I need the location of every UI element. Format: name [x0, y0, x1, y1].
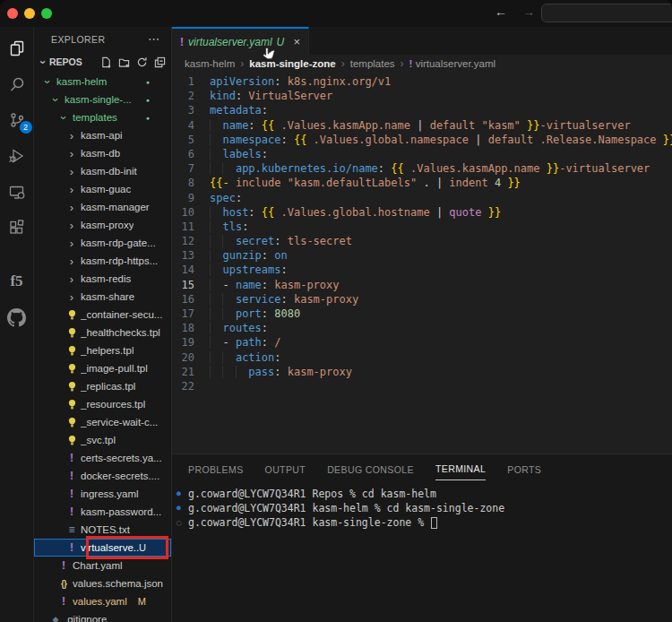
tree-item-values-yaml[interactable]: !values.yamlM	[34, 592, 171, 610]
breadcrumb-item-kasm-helm[interactable]: kasm-helm	[185, 58, 235, 69]
tree-item-kasm-helm[interactable]: ›kasm-helm●	[34, 73, 171, 91]
tree-item--image-pull-tpl[interactable]: _image-pull.tpl	[34, 359, 171, 377]
command-center-searchbox[interactable]	[541, 4, 672, 22]
panel-tabs: PROBLEMSOUTPUTDEBUG CONSOLETERMINALPORTS	[172, 454, 672, 482]
chevron-right-icon: ›	[70, 148, 73, 160]
tree-item--gitignore[interactable]: ◆.gitignore	[34, 610, 171, 622]
f5-extension-icon[interactable]: f5	[5, 270, 29, 293]
source-control-icon[interactable]: 2	[5, 108, 29, 132]
chevron-down-icon: ›	[38, 56, 49, 68]
tree-item-virtualserve-[interactable]: !virtualserve...U	[34, 539, 171, 557]
tree-item-kasm-manager[interactable]: ›kasm-manager	[34, 198, 171, 216]
forward-arrow-icon[interactable]: →	[522, 4, 535, 19]
line-number: 16	[172, 292, 210, 307]
tree-item-kasm-rdp-https-[interactable]: ›kasm-rdp-https...	[34, 252, 171, 270]
git-modified-dot: ●	[146, 79, 171, 85]
code-line-4[interactable]: 4 name: {{ .Values.kasmApp.name | defaul…	[172, 118, 672, 133]
git-modified-dot: ●	[146, 97, 171, 103]
more-actions-icon[interactable]: ⋯	[148, 32, 160, 46]
tree-item-kasm-share[interactable]: ›kasm-share	[34, 288, 171, 306]
panel-tab-ports[interactable]: PORTS	[507, 457, 541, 480]
code-line-16[interactable]: 16 service: kasm-proxy	[172, 292, 672, 307]
extensions-icon[interactable]	[5, 216, 29, 239]
code-line-22[interactable]: 22	[172, 379, 672, 393]
code-line-18[interactable]: 18 routes:	[172, 321, 672, 335]
tree-item-kasm-rdp-gate-[interactable]: ›kasm-rdp-gate...	[34, 234, 171, 252]
panel-tab-debug-console[interactable]: DEBUG CONSOLE	[327, 457, 414, 480]
chevron-right-icon: ›	[70, 202, 73, 213]
explorer-icon[interactable]	[5, 37, 29, 60]
code-line-7[interactable]: 7 app.kubernetes.io/name: {{ .Values.kas…	[172, 161, 672, 176]
code-line-5[interactable]: 5 namespace: {{ .Values.global.namespace…	[172, 133, 672, 147]
tree-item-docker-secrets-[interactable]: !docker-secrets....	[34, 467, 171, 485]
back-arrow-icon[interactable]: ←	[495, 4, 507, 19]
code-line-14[interactable]: 14 upstreams:	[172, 263, 672, 277]
tree-item--service-wait-c-[interactable]: _service-wait-c...	[34, 413, 171, 431]
tree-item--svc-tpl[interactable]: _svc.tpl	[34, 431, 171, 449]
code-line-13[interactable]: 13 gunzip: on	[172, 248, 672, 263]
tree-item-kasm-db[interactable]: ›kasm-db	[34, 144, 171, 162]
tree-item-chart-yaml[interactable]: !Chart.yaml	[34, 557, 171, 574]
tree-item-kasm-single-[interactable]: ›kasm-single-...●	[34, 91, 171, 108]
code-line-15[interactable]: 15 - name: kasm-proxy	[172, 278, 672, 292]
tree-item-values-schema-json[interactable]: {}values.schema.json	[34, 574, 171, 592]
code-line-6[interactable]: 6 labels:	[172, 147, 672, 161]
new-file-icon[interactable]	[100, 56, 112, 68]
code-line-21[interactable]: 21 pass: kasm-proxy	[172, 365, 672, 379]
titlebar: ← →	[0, 0, 672, 27]
chevron-right-icon: ›	[70, 273, 73, 285]
panel-tab-output[interactable]: OUTPUT	[265, 457, 306, 480]
code-line-1[interactable]: 1apiVersion: k8s.nginx.org/v1	[172, 74, 672, 89]
tree-item-kasm-proxy[interactable]: ›kasm-proxy	[34, 216, 171, 234]
code-line-11[interactable]: 11 tls:	[172, 220, 672, 234]
prompt-pending-icon: ○	[177, 515, 188, 530]
close-window-button[interactable]	[7, 8, 18, 19]
tree-item-templates[interactable]: ›templates●	[34, 108, 171, 126]
tree-item--container-secu-[interactable]: _container-secu...	[34, 306, 171, 324]
code-line-20[interactable]: 20 action:	[172, 350, 672, 365]
breadcrumb: kasm-helm›kasm-single-zone›templates›! v…	[172, 55, 672, 72]
tree-item--replicas-tpl[interactable]: _replicas.tpl	[34, 377, 171, 395]
yaml-file-icon: !	[65, 541, 78, 554]
tab-virtualserver-yaml[interactable]: ! virtualserver.yaml U ×	[172, 27, 309, 55]
tree-item--helpers-tpl[interactable]: _helpers.tpl	[34, 341, 171, 359]
tree-item-certs-secrets-ya-[interactable]: !certs-secrets.ya...	[34, 449, 171, 467]
new-folder-icon[interactable]	[118, 56, 130, 68]
tree-item--resources-tpl[interactable]: _resources.tpl	[34, 395, 171, 413]
terminal[interactable]: ●g.coward@LYCW7Q34R1 Repos % cd kasm-hel…	[172, 482, 672, 530]
tree-item-ingress-yaml[interactable]: !ingress.yaml	[34, 485, 171, 503]
close-icon[interactable]: ×	[293, 35, 300, 48]
search-icon[interactable]	[5, 73, 29, 96]
code-line-17[interactable]: 17 port: 8080	[172, 307, 672, 321]
zoom-window-button[interactable]	[41, 8, 52, 19]
run-and-debug-icon[interactable]	[5, 144, 29, 168]
breadcrumb-item-templates[interactable]: templates	[350, 58, 395, 69]
minimize-window-button[interactable]	[24, 8, 35, 19]
tree-item-kasm-db-init[interactable]: ›kasm-db-init	[34, 162, 171, 180]
code-line-19[interactable]: 19 - path: /	[172, 335, 672, 350]
code-editor[interactable]: 1apiVersion: k8s.nginx.org/v12kind: Virt…	[172, 72, 672, 454]
code-line-8[interactable]: 8{{- include "kasm.defaultLabels" . | in…	[172, 176, 672, 190]
code-line-10[interactable]: 10 host: {{ .Values.global.hostname | qu…	[172, 205, 672, 220]
breadcrumb-separator-icon: ›	[240, 57, 244, 70]
collapse-all-icon[interactable]	[154, 56, 166, 68]
tree-item-kasm-password-[interactable]: !kasm-password...	[34, 503, 171, 521]
repos-section-header[interactable]: › REPOS	[34, 51, 171, 73]
code-line-9[interactable]: 9spec:	[172, 191, 672, 205]
tree-item-kasm-guac[interactable]: ›kasm-guac	[34, 180, 171, 198]
remote-explorer-icon[interactable]	[5, 180, 29, 203]
refresh-icon[interactable]	[136, 56, 148, 68]
tree-item--healthchecks-tpl[interactable]: _healthchecks.tpl	[34, 324, 171, 341]
code-line-3[interactable]: 3metadata:	[172, 103, 672, 117]
tree-item-kasm-redis[interactable]: ›kasm-redis	[34, 270, 171, 288]
tree-item-kasm-api[interactable]: ›kasm-api	[34, 126, 171, 144]
repos-section-label: REPOS	[49, 56, 82, 67]
breadcrumb-item-virtualserver-yaml[interactable]: ! virtualserver.yaml	[409, 58, 496, 69]
panel-tab-problems[interactable]: PROBLEMS	[188, 457, 244, 480]
github-icon[interactable]	[5, 306, 29, 329]
code-line-2[interactable]: 2kind: VirtualServer	[172, 89, 672, 103]
panel-tab-terminal[interactable]: TERMINAL	[435, 456, 486, 480]
code-line-12[interactable]: 12 secret: tls-secret	[172, 234, 672, 248]
line-number: 15	[172, 278, 210, 292]
yaml-file-icon: !	[65, 470, 78, 482]
